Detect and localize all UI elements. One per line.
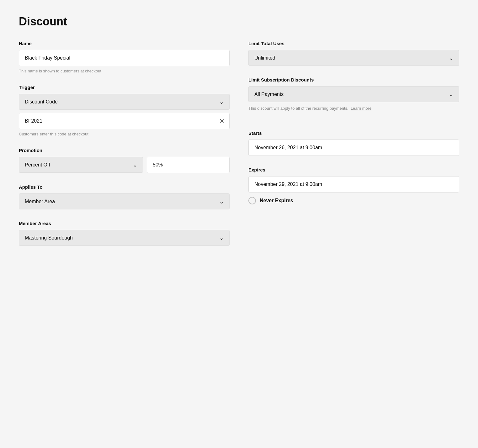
code-helper: Customers enter this code at checkout. bbox=[19, 132, 230, 136]
trigger-label: Trigger bbox=[19, 85, 230, 90]
limit-uses-section: Limit Total Uses Unlimited Custom ⌄ bbox=[248, 41, 459, 66]
starts-section: Starts November 26, 2021 at 9:00am bbox=[248, 130, 459, 156]
promotion-label: Promotion bbox=[19, 148, 230, 153]
expires-section: Expires November 29, 2021 at 9:00am Neve… bbox=[248, 167, 459, 204]
member-areas-section: Member Areas Mastering Sourdough ⌄ bbox=[19, 221, 230, 246]
member-areas-select[interactable]: Mastering Sourdough bbox=[19, 230, 230, 246]
limit-subscription-label: Limit Subscription Discounts bbox=[248, 77, 459, 82]
trigger-section: Trigger Discount Code Automatic ⌄ ✕ Cust… bbox=[19, 85, 230, 136]
applies-to-select[interactable]: Member Area All Products bbox=[19, 193, 230, 209]
code-input[interactable] bbox=[19, 113, 230, 129]
limit-uses-select[interactable]: Unlimited Custom bbox=[248, 50, 459, 66]
name-helper: This name is shown to customers at check… bbox=[19, 69, 230, 73]
limit-uses-select-wrapper: Unlimited Custom ⌄ bbox=[248, 50, 459, 66]
starts-label: Starts bbox=[248, 130, 459, 136]
never-expires-label: Never Expires bbox=[260, 198, 293, 203]
promotion-type-select-wrapper: Percent Off Fixed Amount ⌄ bbox=[19, 157, 143, 173]
close-icon[interactable]: ✕ bbox=[219, 118, 225, 124]
applies-to-section: Applies To Member Area All Products ⌄ bbox=[19, 184, 230, 209]
starts-value[interactable]: November 26, 2021 at 9:00am bbox=[248, 140, 459, 156]
applies-to-select-wrapper: Member Area All Products ⌄ bbox=[19, 193, 230, 209]
limit-subscription-section: Limit Subscription Discounts All Payment… bbox=[248, 77, 459, 112]
trigger-select[interactable]: Discount Code Automatic bbox=[19, 94, 230, 110]
name-label: Name bbox=[19, 41, 230, 46]
expires-value[interactable]: November 29, 2021 at 9:00am bbox=[248, 176, 459, 192]
promotion-value-input[interactable] bbox=[147, 157, 230, 173]
learn-more-link[interactable]: Learn more bbox=[351, 106, 371, 111]
member-areas-label: Member Areas bbox=[19, 221, 230, 226]
name-section: Name This name is shown to customers at … bbox=[19, 41, 230, 73]
limit-subscription-select-wrapper: All Payments First Payment Only ⌄ bbox=[248, 86, 459, 102]
limit-uses-label: Limit Total Uses bbox=[248, 41, 459, 46]
promotion-section: Promotion Percent Off Fixed Amount ⌄ bbox=[19, 148, 230, 173]
promotion-value-wrapper bbox=[147, 157, 230, 173]
expires-label: Expires bbox=[248, 167, 459, 172]
member-areas-select-wrapper: Mastering Sourdough ⌄ bbox=[19, 230, 230, 246]
promotion-type-select[interactable]: Percent Off Fixed Amount bbox=[19, 157, 143, 173]
name-input[interactable] bbox=[19, 50, 230, 66]
page-title: Discount bbox=[19, 15, 459, 28]
limit-subscription-select[interactable]: All Payments First Payment Only bbox=[248, 86, 459, 102]
applies-to-label: Applies To bbox=[19, 184, 230, 190]
promotion-row: Percent Off Fixed Amount ⌄ bbox=[19, 157, 230, 173]
never-expires-radio[interactable] bbox=[248, 197, 256, 204]
never-expires-row: Never Expires bbox=[248, 197, 459, 204]
code-input-wrapper: ✕ bbox=[19, 113, 230, 129]
trigger-select-wrapper: Discount Code Automatic ⌄ bbox=[19, 94, 230, 110]
subscription-note: This discount will apply to all of the r… bbox=[248, 105, 459, 112]
